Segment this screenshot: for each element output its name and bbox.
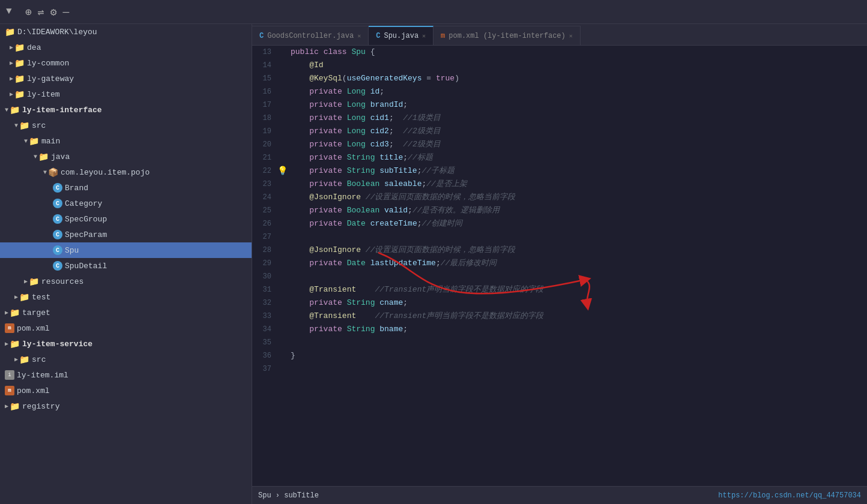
line-code: private Long id; bbox=[288, 85, 867, 98]
folder-icon: 📁 bbox=[19, 292, 29, 302]
sidebar-item-Spu[interactable]: C Spu bbox=[0, 242, 252, 258]
line-code bbox=[288, 230, 867, 244]
sidebar-item-SpuDetail[interactable]: C SpuDetail bbox=[0, 258, 252, 274]
sidebar-root-path[interactable]: 📁 D:\IDEAWORK\leyou bbox=[0, 24, 252, 40]
line-code: @Id bbox=[288, 59, 867, 72]
line-marker bbox=[276, 323, 288, 336]
folder-icon: 📁 bbox=[10, 105, 20, 115]
line-number: 21 bbox=[252, 151, 276, 164]
sidebar-label-src2: src bbox=[32, 355, 46, 364]
code-line-27: 27 bbox=[252, 230, 867, 244]
line-code: private Boolean valid;//是否有效。逻辑删除用 bbox=[288, 204, 867, 217]
arrow-icon: ▶ bbox=[5, 403, 8, 410]
sidebar-item-java[interactable]: ▼ 📁 java bbox=[0, 149, 252, 164]
sidebar-item-main[interactable]: ▼ 📁 main bbox=[0, 133, 252, 149]
arrow-icon: ▶ bbox=[10, 59, 13, 67]
code-line-37: 37 bbox=[252, 362, 867, 376]
line-number: 33 bbox=[252, 310, 276, 323]
line-code: } bbox=[288, 349, 867, 362]
sidebar-item-pom-xml[interactable]: m pom.xml bbox=[0, 320, 252, 336]
sidebar-item-SpecGroup[interactable]: C SpecGroup bbox=[0, 211, 252, 227]
line-marker bbox=[276, 46, 288, 59]
line-code bbox=[288, 362, 867, 376]
sidebar-item-Category[interactable]: C Category bbox=[0, 196, 252, 211]
split-icon[interactable]: ⇌ bbox=[38, 5, 44, 19]
sidebar-item-resources[interactable]: ▶ 📁 resources bbox=[0, 274, 252, 289]
sidebar-item-SpecParam[interactable]: C SpecParam bbox=[0, 227, 252, 242]
arrow-icon: ▶ bbox=[10, 44, 13, 51]
sidebar-item-package[interactable]: ▼ 📦 com.leyou.item.pojo bbox=[0, 164, 252, 180]
code-line-17: 17 private Long brandId; bbox=[252, 98, 867, 112]
xml-icon: m bbox=[441, 32, 445, 40]
status-bar: Spu › subTitle https://blog.csdn.net/qq_… bbox=[252, 486, 867, 504]
nav-icon[interactable]: ⊕ bbox=[25, 5, 32, 19]
arrow-icon: ▶ bbox=[5, 309, 8, 316]
java-icon: C bbox=[376, 32, 380, 40]
code-line-29: 29 private Date lastUpdateTime;//最后修改时间 bbox=[252, 257, 867, 270]
sidebar-item-pom-xml2[interactable]: m pom.xml bbox=[0, 383, 252, 398]
settings-icon[interactable]: ⚙ bbox=[50, 5, 57, 19]
folder-icon: 📁 bbox=[38, 152, 49, 162]
folder-icon: 📁 bbox=[29, 277, 39, 287]
line-code: private Long cid2; //2级类目 bbox=[288, 125, 867, 138]
class-icon: C bbox=[53, 183, 62, 193]
tab-close-spu-java[interactable]: ✕ bbox=[422, 32, 426, 40]
arrow-icon: ▶ bbox=[14, 356, 18, 363]
code-line-20: 20 private Long cid3; //2级类目 bbox=[252, 138, 867, 151]
line-code: private String cname; bbox=[288, 296, 867, 310]
line-marker bbox=[276, 296, 288, 310]
sidebar-label-java: java bbox=[51, 152, 70, 161]
code-table: 13 public class Spu { 14 @Id 1 bbox=[252, 46, 867, 376]
line-marker bbox=[276, 270, 288, 283]
sidebar-label-pom-xml: pom.xml bbox=[17, 324, 50, 333]
arrow-icon: ▶ bbox=[5, 340, 8, 347]
line-marker bbox=[276, 72, 288, 85]
arrow-icon: ▼ bbox=[5, 107, 8, 113]
line-code: private Long brandId; bbox=[288, 98, 867, 112]
sidebar-label-ly-item: ly-item bbox=[27, 90, 60, 99]
dropdown-icon[interactable]: ▼ bbox=[6, 6, 18, 18]
line-number: 26 bbox=[252, 217, 276, 230]
iml-icon: i bbox=[5, 370, 14, 380]
minimize-icon[interactable]: — bbox=[63, 6, 70, 18]
xml-icon: m bbox=[5, 323, 14, 333]
sidebar-label-Category: Category bbox=[65, 199, 102, 208]
line-number: 34 bbox=[252, 323, 276, 336]
sidebar-item-Brand[interactable]: C Brand bbox=[0, 180, 252, 196]
tab-goods-controller[interactable]: C GoodsController.java ✕ bbox=[252, 26, 369, 45]
xml-icon: m bbox=[5, 386, 14, 395]
sidebar-item-ly-item-service[interactable]: ▶ 📁 ly-item-service bbox=[0, 336, 252, 352]
sidebar-item-ly-item-iml[interactable]: i ly-item.iml bbox=[0, 367, 252, 383]
tab-close-goods-controller[interactable]: ✕ bbox=[357, 32, 361, 40]
tab-close-pom-xml[interactable]: ✕ bbox=[569, 32, 573, 40]
line-number: 30 bbox=[252, 270, 276, 283]
arrow-icon: ▼ bbox=[34, 154, 37, 160]
sidebar-item-ly-item-interface[interactable]: ▼ 📁 ly-item-interface bbox=[0, 102, 252, 118]
sidebar-item-dea[interactable]: ▶ 📁 dea bbox=[0, 40, 252, 55]
sidebar-item-ly-common[interactable]: ▶ 📁 ly-common bbox=[0, 55, 252, 71]
sidebar-item-ly-item[interactable]: ▶ 📁 ly-item bbox=[0, 86, 252, 102]
sidebar-label-Spu: Spu bbox=[65, 246, 79, 255]
sidebar-item-src[interactable]: ▼ 📁 src bbox=[0, 118, 252, 133]
sidebar-label-target: target bbox=[22, 308, 50, 317]
sidebar-item-test[interactable]: ▶ 📁 test bbox=[0, 289, 252, 305]
line-marker bbox=[276, 191, 288, 204]
code-line-33: 33 @Transient //Transient声明当前字段不是数据对应的字段 bbox=[252, 310, 867, 323]
line-marker bbox=[276, 98, 288, 112]
sidebar-item-ly-gateway[interactable]: ▶ 📁 ly-gateway bbox=[0, 71, 252, 86]
sidebar-item-target[interactable]: ▶ 📁 target bbox=[0, 305, 252, 320]
tab-label-pom-xml: pom.xml (ly-item-interface) bbox=[449, 32, 565, 40]
code-line-14: 14 @Id bbox=[252, 59, 867, 72]
line-marker bbox=[276, 230, 288, 244]
tab-pom-xml[interactable]: m pom.xml (ly-item-interface) ✕ bbox=[434, 26, 581, 45]
code-line-24: 24 @JsonIgnore //设置返回页面数据的时候，忽略当前字段 bbox=[252, 191, 867, 204]
code-line-26: 26 private Date createTime;//创建时间 bbox=[252, 217, 867, 230]
sidebar-item-registry[interactable]: ▶ 📁 registry bbox=[0, 398, 252, 414]
sidebar-item-src2[interactable]: ▶ 📁 src bbox=[0, 352, 252, 367]
folder-icon: 📁 bbox=[10, 339, 20, 349]
main-layout: 📁 D:\IDEAWORK\leyou ▶ 📁 dea ▶ 📁 ly-commo… bbox=[0, 24, 867, 504]
tab-spu-java[interactable]: C Spu.java ✕ bbox=[369, 26, 434, 45]
line-marker bbox=[276, 336, 288, 349]
code-editor[interactable]: 13 public class Spu { 14 @Id 1 bbox=[252, 46, 867, 486]
package-icon: 📦 bbox=[48, 167, 58, 178]
